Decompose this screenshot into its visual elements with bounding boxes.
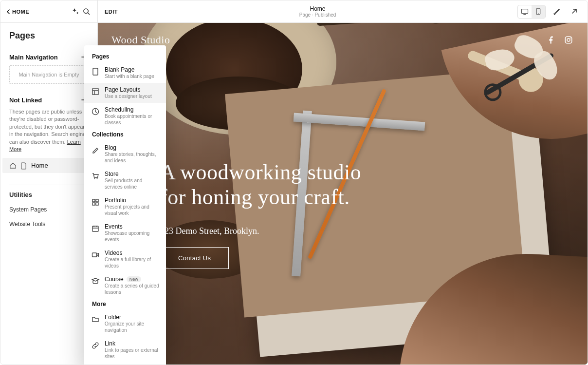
topbar: EDIT Home Page · Published (98, 0, 588, 23)
popover-item-page-layouts[interactable]: Page LayoutsUse a designer layout (84, 83, 166, 103)
hero-sub: 123 Demo Street, Brooklyn. (160, 226, 361, 236)
svg-rect-7 (93, 68, 98, 75)
blog-icon (91, 145, 100, 154)
popover-item-desc: Present projects and visual work (105, 204, 159, 216)
new-badge: New (127, 276, 141, 282)
expand-icon (570, 8, 577, 15)
mobile-view-button[interactable] (532, 5, 545, 18)
popover-item-title: Blank Page (105, 66, 154, 73)
page-layouts-icon (91, 87, 100, 96)
popover-item-folder[interactable]: FolderOrganize your site navigation (84, 310, 166, 337)
popover-item-blank-page[interactable]: Blank PageStart with a blank page (84, 63, 166, 83)
svg-rect-13 (96, 199, 98, 202)
popover-item-blog[interactable]: BlogShare stories, thoughts, and ideas (84, 141, 166, 167)
home-icon (9, 162, 17, 169)
expand-button[interactable] (567, 5, 581, 19)
popover-item-portfolio[interactable]: PortfolioPresent projects and visual wor… (84, 193, 166, 220)
util-system-pages[interactable]: System Pages (0, 202, 97, 217)
popover-item-events[interactable]: EventsShowcase upcoming events (84, 220, 166, 246)
hero-line-2: for honing your craft. (160, 185, 361, 210)
topbar-subtitle: Page · Published (118, 12, 517, 18)
popover-item-desc: Organize your site navigation (105, 321, 159, 333)
add-page-popover: PagesBlank PageStart with a blank pagePa… (84, 45, 166, 365)
popover-item-title: Page Layouts (105, 86, 152, 93)
blank-page-icon (91, 67, 100, 76)
svg-point-5 (567, 38, 570, 41)
back-label: HOME (12, 9, 29, 15)
styles-button[interactable] (550, 5, 563, 19)
popover-item-desc: Start with a blank page (105, 73, 154, 79)
svg-rect-16 (92, 226, 98, 231)
popover-section-title: Collections (84, 129, 166, 141)
main-nav-label: Main Navigation (9, 54, 58, 61)
not-linked-label: Not Linked (9, 96, 42, 104)
brush-icon (552, 7, 561, 16)
popover-item-store[interactable]: StoreSell products and services online (84, 167, 166, 193)
calendar-icon (91, 224, 100, 233)
popover-item-scheduling[interactable]: SchedulingBook appointments or classes (84, 103, 166, 129)
topbar-center: Home Page · Published (118, 5, 517, 18)
folder-icon (91, 315, 100, 324)
svg-point-3 (538, 13, 538, 14)
hero: A woodworking studio for honing your cra… (160, 160, 361, 269)
popover-section-title: More (84, 299, 166, 310)
back-to-home[interactable]: HOME (6, 9, 29, 15)
desktop-icon (521, 8, 529, 15)
svg-point-11 (97, 178, 98, 179)
facebook-icon (547, 36, 555, 44)
device-toggle (517, 5, 546, 19)
sidebar-title: Pages (0, 23, 97, 47)
popover-item-desc: Share stories, thoughts, and ideas (105, 151, 159, 164)
desktop-view-button[interactable] (518, 5, 532, 18)
sparkle-icon (72, 8, 79, 16)
svg-point-6 (570, 38, 571, 38)
main: EDIT Home Page · Published (98, 0, 588, 365)
topbar-title: Home (118, 5, 517, 12)
facebook-link[interactable] (547, 36, 555, 44)
link-icon (91, 341, 100, 350)
main-navigation-section: Main Navigation Main Navigation is Empty (0, 47, 97, 90)
svg-rect-15 (96, 203, 98, 205)
popover-item-videos[interactable]: VideosCreate a full library of videos (84, 246, 166, 272)
hero-line-1: A woodworking studio (160, 160, 361, 185)
popover-item-title: Blog (105, 144, 159, 151)
ai-sparkle-button[interactable] (70, 6, 81, 17)
search-button[interactable] (81, 6, 92, 17)
popover-item-course[interactable]: CourseNewCreate a series of guided lesso… (84, 272, 166, 299)
popover-item-link[interactable]: LinkLink to pages or external sites (84, 337, 166, 363)
page-row-home[interactable]: Home (2, 158, 95, 173)
preview-canvas: Wood Studio A woodworking studio for hon… (98, 23, 588, 365)
popover-item-title: Folder (105, 314, 159, 321)
svg-rect-12 (92, 199, 95, 202)
util-website-tools[interactable]: Website Tools (0, 217, 97, 231)
course-icon (91, 277, 100, 286)
popover-section-title: Pages (84, 51, 166, 63)
popover-item-title: Portfolio (105, 197, 159, 204)
main-nav-empty: Main Navigation is Empty (9, 65, 89, 84)
edit-button[interactable]: EDIT (105, 9, 118, 15)
utilities-label: Utilities (0, 191, 97, 202)
chevron-left-icon (6, 9, 10, 14)
svg-rect-14 (92, 203, 95, 205)
popover-item-title: Videos (105, 250, 159, 256)
social-links (547, 36, 573, 44)
svg-rect-17 (92, 253, 97, 257)
divider (9, 185, 89, 185)
site-brand[interactable]: Wood Studio (111, 34, 170, 46)
instagram-link[interactable] (564, 36, 573, 44)
popover-item-title: Scheduling (105, 106, 159, 113)
svg-rect-8 (92, 89, 98, 95)
decor-spoon (317, 23, 434, 26)
not-linked-note: These pages are public unless they're di… (9, 108, 89, 158)
popover-item-title: CourseNew (105, 276, 159, 283)
page-icon (20, 162, 27, 169)
popover-item-desc: Book appointments or classes (105, 113, 159, 126)
popover-item-title: Events (105, 223, 159, 230)
grid-icon (91, 198, 100, 207)
mobile-icon (536, 8, 541, 15)
svg-point-10 (94, 178, 95, 179)
popover-item-title: Link (105, 340, 159, 347)
contact-us-button[interactable]: Contact Us (160, 247, 229, 269)
popover-item-desc: Use a designer layout (105, 93, 152, 99)
popover-item-desc: Create a full library of videos (105, 256, 159, 269)
